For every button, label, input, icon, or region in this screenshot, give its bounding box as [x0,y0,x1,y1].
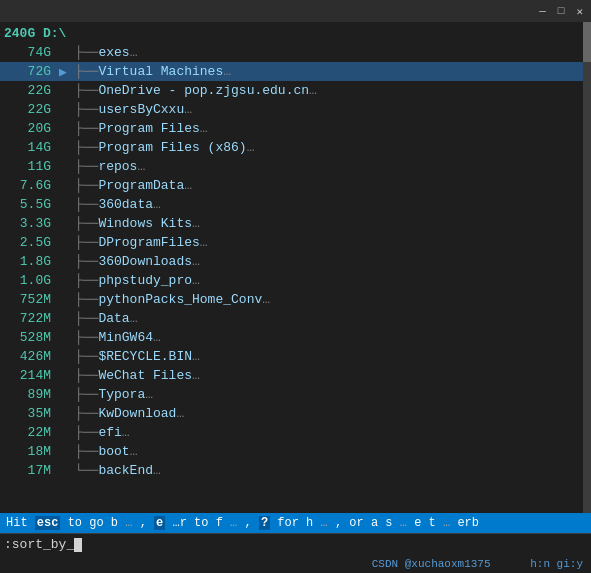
title-bar-buttons: — □ ✕ [539,5,583,18]
item-name: usersByCxxu [98,102,184,117]
size-value: 3.3G [4,216,59,231]
item-suffix: … [122,425,130,440]
footer-bar: CSDN @xuchaoxm1375 h:n gi:y [0,555,591,573]
tree-item: ├──Windows Kits … [75,216,200,231]
table-row: 17M└──backEnd … [0,461,583,480]
table-row: 7.6G├──ProgramData … [0,176,583,195]
size-value: 20G [4,121,59,136]
item-suffix: … [200,121,208,136]
item-name: DProgramFiles [98,235,199,250]
scrollbar-thumb[interactable] [583,22,591,62]
item-suffix: … [192,368,200,383]
tree-item: ├──360data … [75,197,161,212]
item-name: 360Downloads [98,254,192,269]
title-bar: — □ ✕ [0,0,591,22]
tree-item: ├──KwDownload … [75,406,184,421]
item-name: Virtual Machines [98,64,223,79]
item-name: Program Files (x86) [98,140,246,155]
ellipsis3: … [321,516,328,530]
item-name: $RECYCLE.BIN [98,349,192,364]
size-value: 74G [4,45,59,60]
size-value: 1.8G [4,254,59,269]
tree-item: └──backEnd … [75,463,161,478]
size-value: 35M [4,406,59,421]
footer-text: CSDN @xuchaoxm1375 h:n gi:y [372,558,583,570]
tree-item: ├──efi … [75,425,130,440]
table-row: 35M├──KwDownload … [0,404,583,423]
tree-item: ├──Typora … [75,387,153,402]
q-key: ? [259,516,270,530]
status-part4: , [245,516,259,530]
tree-prefix: ├── [75,406,98,421]
command-text: :sort_by_ [4,537,74,552]
size-value: 22G [4,102,59,117]
tree-prefix: ├── [75,349,98,364]
size-value: 426M [4,349,59,364]
maximize-button[interactable]: □ [558,5,565,18]
item-suffix: … [192,254,200,269]
size-value: 22G [4,83,59,98]
tree-prefix: ├── [75,273,98,288]
item-suffix: … [192,349,200,364]
size-value: 722M [4,311,59,326]
size-value: 752M [4,292,59,307]
tree-prefix: ├── [75,64,98,79]
item-suffix: … [184,178,192,193]
size-value: 528M [4,330,59,345]
status-part6: , or a s [335,516,393,530]
table-row: 528M├──MinGW64 … [0,328,583,347]
table-row: 722M├──Data … [0,309,583,328]
tree-prefix: ├── [75,178,98,193]
size-value: 89M [4,387,59,402]
table-row: 74G├──exes … [0,43,583,62]
item-suffix: … [153,463,161,478]
close-button[interactable]: ✕ [576,5,583,18]
command-line: :sort_by_ [0,533,591,555]
item-name: OneDrive - pop.zjgsu.edu.cn [98,83,309,98]
table-row: 752M├──pythonPacks_Home_Conv … [0,290,583,309]
header-line: 240G D:\ [0,24,583,43]
header-text: 240G D:\ [4,26,66,41]
tree-prefix: ├── [75,292,98,307]
tree-prefix: ├── [75,311,98,326]
tree-prefix: └── [75,463,98,478]
status-part5: for h [277,516,313,530]
minimize-button[interactable]: — [539,5,546,18]
size-value: 2.5G [4,235,59,250]
item-name: 360data [98,197,153,212]
tree-item: ├──phpstudy_pro … [75,273,200,288]
item-name: Data [98,311,129,326]
tree-prefix: ├── [75,368,98,383]
item-name: ProgramData [98,178,184,193]
item-suffix: … [247,140,255,155]
size-value: 7.6G [4,178,59,193]
table-row: 2.5G├──DProgramFiles … [0,233,583,252]
item-name: MinGW64 [98,330,153,345]
table-row: 18M├──boot … [0,442,583,461]
table-row: 3.3G├──Windows Kits … [0,214,583,233]
expand-arrow[interactable]: ▶ [59,64,75,80]
tree-item: ├──Virtual Machines … [75,64,231,79]
rows-container: 74G├──exes …72G▶├──Virtual Machines …22G… [0,43,583,480]
status-part3: …r to f [172,516,222,530]
table-row: 426M├──$RECYCLE.BIN … [0,347,583,366]
table-row: 5.5G├──360data … [0,195,583,214]
size-value: 22M [4,425,59,440]
table-row: 214M├──WeChat Files … [0,366,583,385]
tree-prefix: ├── [75,387,98,402]
ellipsis5: … [443,516,450,530]
tree-item: ├──repos … [75,159,145,174]
item-name: Typora [98,387,145,402]
size-value: 1.0G [4,273,59,288]
ellipsis1: … [125,516,132,530]
tree-prefix: ├── [75,159,98,174]
status-bar: Hit esc to go b … , e …r to f … , ? for … [0,513,591,533]
esc-key: esc [35,516,61,530]
command-cursor [74,538,82,552]
item-suffix: … [262,292,270,307]
scrollbar[interactable] [583,22,591,513]
item-name: KwDownload [98,406,176,421]
lines-area: 240G D:\ 74G├──exes …72G▶├──Virtual Mach… [0,22,583,482]
tree-item: ├──Program Files (x86) … [75,140,254,155]
size-value: 5.5G [4,197,59,212]
